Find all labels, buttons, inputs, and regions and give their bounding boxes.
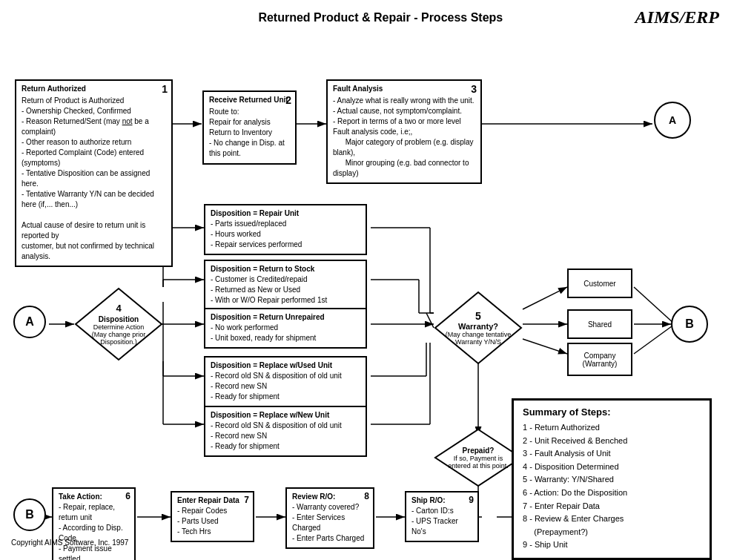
- page-title: Returned Product & Repair - Process Step…: [126, 7, 635, 24]
- circle-b-bottom: B: [13, 498, 46, 531]
- svg-line-27: [634, 287, 675, 324]
- svg-line-24: [523, 287, 567, 309]
- review-ro-box: 8 Review R/O: - Warranty covered? - Ente…: [285, 487, 374, 549]
- return-authorized-box: 1 Return Authorized Return of Product is…: [15, 79, 173, 267]
- box-number-7: 7: [244, 495, 249, 505]
- company-box: Company(Warranty): [567, 343, 632, 376]
- receive-returned-box: 2 Receive Returned Unit Route to: Repair…: [202, 90, 297, 165]
- receive-returned-content: Route to: Repair for analysis Return to …: [209, 107, 290, 159]
- svg-line-26: [523, 339, 567, 354]
- return-unrepaired-box: Disposition = Return Unrepaired - No wor…: [204, 308, 367, 349]
- enter-repair-box: 7 Enter Repair Data - Repair Codes - Par…: [171, 491, 254, 542]
- customer-label: Customer: [583, 280, 615, 288]
- enter-repair-content: - Repair Codes - Parts Used - Tech Hrs: [177, 506, 248, 537]
- return-stock-title: Disposition = Return to Stock: [211, 265, 360, 273]
- return-unrepaired-title: Disposition = Return Unrepaired: [211, 313, 360, 321]
- svg-line-29: [634, 324, 675, 354]
- summary-box: Summary of Steps: 1 - Return Authorized …: [512, 398, 712, 560]
- box-number-6: 6: [125, 491, 130, 501]
- take-action-title: Take Action:: [59, 493, 129, 501]
- summary-title: Summary of Steps:: [523, 406, 701, 418]
- prepaid-diamond: Prepaid? If so, Payment is entered at th…: [434, 428, 523, 487]
- header: Returned Product & Repair - Process Step…: [7, 7, 727, 27]
- diagram-area: 1 Return Authorized Return of Product is…: [7, 35, 727, 539]
- disposition-diamond: 4 Disposition Determine Action (May chan…: [74, 287, 163, 361]
- brand-logo: AIMS/ERP: [635, 7, 719, 27]
- warranty-diamond: 5 Warranty? (May change tentative Warran…: [434, 291, 523, 365]
- fault-analysis-title: Fault Analysis: [333, 85, 383, 93]
- take-action-content: - Repair, replace, return unit - Accordi…: [59, 502, 129, 560]
- page-container: Returned Product & Repair - Process Step…: [0, 0, 734, 560]
- repair-unit-title: Disposition = Repair Unit: [211, 209, 360, 217]
- return-authorized-content: Return of Product is Authorized - Owners…: [22, 96, 166, 262]
- take-action-box: 6 Take Action: - Repair, replace, return…: [52, 487, 136, 560]
- repair-unit-content: - Parts issued/replaced - Hours worked -…: [211, 219, 360, 250]
- summary-items: 1 - Return Authorized 2 - Unit Received …: [523, 421, 701, 552]
- review-ro-title: Review R/O:: [292, 493, 368, 501]
- enter-repair-title: Enter Repair Data: [177, 496, 248, 504]
- circle-b-right: B: [671, 306, 708, 343]
- box-number-1: 1: [162, 83, 168, 95]
- shared-label: Shared: [588, 320, 612, 329]
- customer-box: Customer: [567, 269, 632, 298]
- replace-new-box: Disposition = Replace w/New Unit - Recor…: [204, 406, 367, 457]
- return-unrepaired-content: - No work performed - Unit boxed, ready …: [211, 323, 360, 343]
- box-number-8: 8: [364, 491, 369, 501]
- fault-analysis-box: 3 Fault Analysis - Analyze what is reall…: [326, 79, 482, 184]
- return-stock-box: Disposition = Return to Stock - Customer…: [204, 260, 367, 311]
- replace-used-box: Disposition = Replace w/Used Unit - Reco…: [204, 356, 367, 407]
- fault-analysis-content: - Analyze what is really wrong with the …: [333, 96, 475, 179]
- ship-ro-content: - Carton ID:s - UPS Tracker No's: [411, 506, 472, 537]
- box-number-9: 9: [469, 495, 474, 505]
- company-label: Company(Warranty): [583, 352, 618, 368]
- circle-a-top: A: [654, 102, 691, 139]
- ship-ro-box: 9 Ship R/O: - Carton ID:s - UPS Tracker …: [405, 491, 479, 542]
- copyright: Copyright AIMS Software, Inc. 1997: [11, 538, 128, 547]
- circle-a-left: A: [13, 306, 46, 338]
- box-number-3: 3: [471, 83, 477, 95]
- return-stock-content: - Customer is Credited/repaid - Returned…: [211, 274, 360, 306]
- replace-used-content: - Record old SN & disposition of old uni…: [211, 371, 360, 402]
- repair-unit-box: Disposition = Repair Unit - Parts issued…: [204, 204, 367, 255]
- svg-line-41: [426, 313, 434, 328]
- box-number-2: 2: [285, 94, 291, 106]
- replace-new-title: Disposition = Replace w/New Unit: [211, 411, 360, 419]
- review-ro-content: - Warranty covered? - Enter Services Cha…: [292, 502, 368, 544]
- ship-ro-title: Ship R/O:: [411, 496, 472, 504]
- replace-used-title: Disposition = Replace w/Used Unit: [211, 361, 360, 369]
- shared-box: Shared: [567, 309, 632, 339]
- receive-returned-title: Receive Returned Unit: [209, 96, 288, 104]
- return-authorized-title: Return Authorized: [22, 85, 86, 93]
- replace-new-content: - Record old SN & disposition of old uni…: [211, 421, 360, 452]
